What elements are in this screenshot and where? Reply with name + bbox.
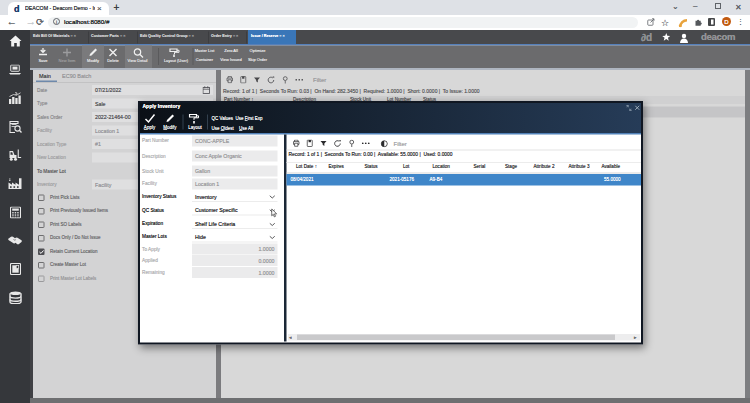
svg-text:$: $: [15, 92, 18, 96]
